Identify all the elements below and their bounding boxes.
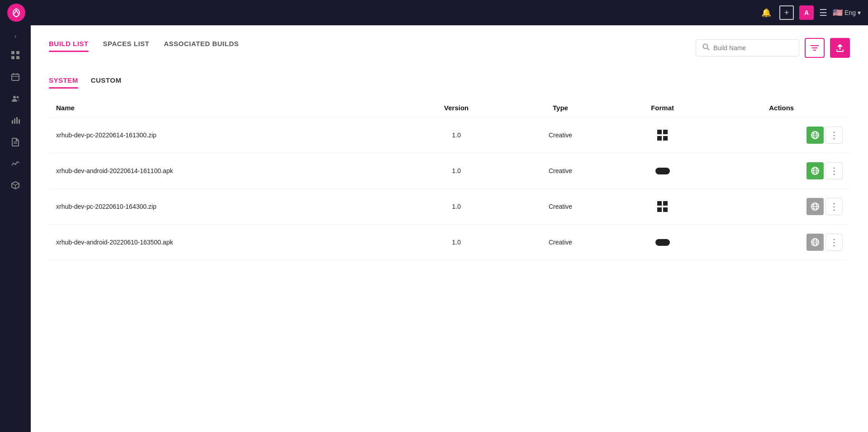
sidebar-item-documents[interactable] (0, 132, 31, 152)
build-version: 1.0 (404, 117, 509, 153)
sidebar-item-box[interactable] (0, 175, 31, 195)
sidebar-item-calendar[interactable] (0, 67, 31, 87)
table-row: xrhub-dev-android-20220614-161100.apk1.0… (49, 153, 850, 189)
builds-table: Name Version Type Format Actions xrhub-d… (49, 99, 850, 260)
table-row: xrhub-dev-android-20220610-163500.apk1.0… (49, 225, 850, 260)
svg-rect-4 (12, 74, 19, 80)
search-box (696, 39, 799, 56)
language-selector[interactable]: 🇺🇸 Eng ▾ (833, 8, 861, 18)
build-format (612, 153, 713, 189)
sub-tab-custom[interactable]: CUSTOM (91, 73, 122, 88)
globe-button[interactable] (806, 198, 824, 215)
sidebar-item-reports[interactable] (0, 110, 31, 130)
oculus-icon (655, 168, 670, 174)
app-logo[interactable] (7, 4, 25, 22)
language-label: Eng (844, 9, 856, 16)
build-version: 1.0 (404, 225, 509, 260)
upload-button[interactable] (830, 38, 850, 58)
flag-icon: 🇺🇸 (833, 8, 843, 18)
build-actions: ⋮ (713, 189, 850, 225)
search-icon (702, 43, 710, 52)
notifications-button[interactable]: 🔔 (759, 5, 774, 20)
sidebar-toggle-button[interactable]: › (0, 29, 31, 43)
col-header-type: Type (509, 99, 612, 117)
svg-point-8 (13, 96, 16, 99)
sidebar-item-dashboard[interactable] (0, 45, 31, 65)
sidebar: › (0, 25, 31, 432)
build-version: 1.0 (404, 153, 509, 189)
svg-rect-3 (16, 56, 19, 59)
build-actions: ⋮ (713, 117, 850, 153)
col-header-format: Format (612, 99, 713, 117)
chevron-down-icon: ▾ (858, 9, 861, 16)
sidebar-item-users[interactable] (0, 89, 31, 108)
table-row: xrhub-dev-pc-20220614-161300.zip1.0Creat… (49, 117, 850, 153)
build-type: Creative (509, 117, 612, 153)
windows-icon (657, 130, 668, 141)
build-actions: ⋮ (713, 153, 850, 189)
search-input[interactable] (713, 44, 792, 52)
svg-rect-10 (12, 120, 13, 124)
tab-spaces-list[interactable]: SPACES LIST (103, 36, 150, 51)
more-options-button[interactable]: ⋮ (825, 162, 843, 179)
sub-tab-system[interactable]: SYSTEM (49, 73, 78, 88)
table-row: xrhub-dev-pc-20220610-164300.zip1.0Creat… (49, 189, 850, 225)
build-name: xrhub-dev-android-20220614-161100.apk (49, 153, 404, 189)
main-content: BUILD LIST SPACES LIST ASSOCIATED BUILDS (31, 25, 868, 432)
build-actions: ⋮ (713, 225, 850, 260)
svg-rect-0 (11, 51, 14, 54)
build-format (612, 189, 713, 225)
svg-rect-12 (16, 117, 18, 124)
svg-line-18 (707, 48, 710, 51)
more-options-button[interactable]: ⋮ (825, 234, 843, 251)
windows-icon (657, 201, 668, 212)
build-format (612, 225, 713, 260)
main-tabs: BUILD LIST SPACES LIST ASSOCIATED BUILDS (49, 36, 239, 51)
more-options-button[interactable]: ⋮ (825, 127, 843, 144)
svg-rect-1 (16, 51, 19, 54)
top-navigation: 🔔 + A ☰ 🇺🇸 Eng ▾ (0, 0, 868, 25)
build-type: Creative (509, 189, 612, 225)
sub-tabs: SYSTEM CUSTOM (49, 73, 850, 88)
add-button[interactable]: + (779, 5, 794, 20)
globe-button[interactable] (806, 127, 824, 144)
svg-point-9 (17, 96, 19, 99)
globe-button[interactable] (806, 162, 824, 179)
globe-button[interactable] (806, 234, 824, 251)
svg-rect-13 (19, 119, 20, 124)
tab-build-list[interactable]: BUILD LIST (49, 36, 89, 51)
col-header-actions: Actions (713, 99, 850, 117)
svg-point-17 (703, 44, 708, 49)
avatar[interactable]: A (799, 5, 814, 20)
build-name: xrhub-dev-pc-20220614-161300.zip (49, 117, 404, 153)
build-format (612, 117, 713, 153)
build-name: xrhub-dev-pc-20220610-164300.zip (49, 189, 404, 225)
build-type: Creative (509, 153, 612, 189)
col-header-version: Version (404, 99, 509, 117)
topnav-right-actions: 🔔 + A ☰ 🇺🇸 Eng ▾ (759, 5, 861, 20)
svg-rect-2 (11, 56, 14, 59)
oculus-icon (655, 239, 670, 246)
more-options-button[interactable]: ⋮ (825, 198, 843, 215)
build-type: Creative (509, 225, 612, 260)
build-name: xrhub-dev-android-20220610-163500.apk (49, 225, 404, 260)
tab-associated-builds[interactable]: ASSOCIATED BUILDS (164, 36, 239, 51)
sidebar-item-analytics[interactable] (0, 154, 31, 174)
svg-rect-11 (14, 118, 15, 124)
menu-button[interactable]: ☰ (819, 7, 827, 18)
col-header-name: Name (49, 99, 404, 117)
build-version: 1.0 (404, 189, 509, 225)
filter-button[interactable] (805, 38, 825, 58)
